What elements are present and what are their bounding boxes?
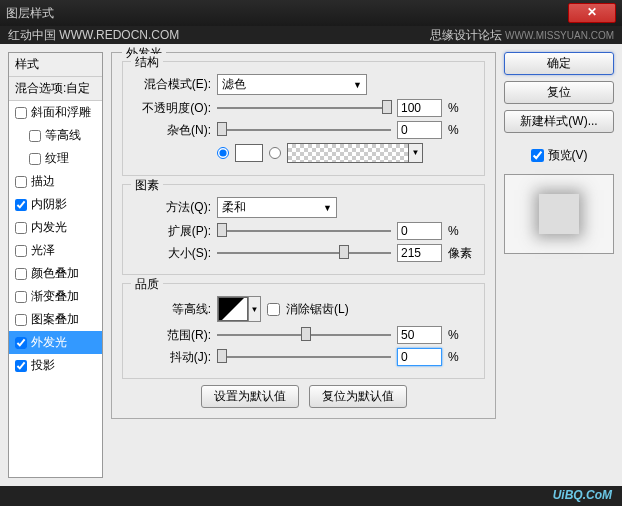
chevron-down-icon[interactable]: ▼: [248, 297, 260, 321]
size-label: 大小(S):: [131, 245, 211, 262]
style-label: 图案叠加: [31, 311, 79, 328]
dialog-body: 样式 混合选项:自定 斜面和浮雕等高线纹理描边内阴影内发光光泽颜色叠加渐变叠加图…: [0, 44, 622, 486]
style-label: 内阴影: [31, 196, 67, 213]
opacity-unit: %: [448, 101, 476, 115]
center-panel: 外发光 结构 混合模式(E): 滤色 ▼ 不透明度(O): %: [111, 52, 496, 478]
spread-input[interactable]: [397, 222, 442, 240]
size-unit: 像素: [448, 245, 476, 262]
size-input[interactable]: [397, 244, 442, 262]
style-label: 描边: [31, 173, 55, 190]
style-item-0[interactable]: 斜面和浮雕: [9, 101, 102, 124]
opacity-slider[interactable]: [217, 100, 391, 116]
style-label: 内发光: [31, 219, 67, 236]
noise-label: 杂色(N):: [131, 122, 211, 139]
style-item-3[interactable]: 描边: [9, 170, 102, 193]
style-checkbox[interactable]: [15, 291, 27, 303]
noise-input[interactable]: [397, 121, 442, 139]
range-input[interactable]: [397, 326, 442, 344]
gradient-swatch[interactable]: [288, 144, 408, 162]
style-label: 外发光: [31, 334, 67, 351]
style-label: 渐变叠加: [31, 288, 79, 305]
preview-box: [504, 174, 614, 254]
preview-checkbox[interactable]: [531, 149, 544, 162]
elements-group: 图素 方法(Q): 柔和 ▼ 扩展(P): % 大小(S):: [122, 184, 485, 275]
chevron-down-icon: ▼: [353, 80, 362, 90]
style-item-7[interactable]: 颜色叠加: [9, 262, 102, 285]
elements-legend: 图素: [131, 177, 163, 194]
style-item-1[interactable]: 等高线: [9, 124, 102, 147]
contour-picker[interactable]: ▼: [217, 296, 261, 322]
style-item-5[interactable]: 内发光: [9, 216, 102, 239]
style-label: 颜色叠加: [31, 265, 79, 282]
jitter-label: 抖动(J):: [131, 349, 211, 366]
style-checkbox[interactable]: [29, 130, 41, 142]
jitter-unit: %: [448, 350, 476, 364]
style-item-2[interactable]: 纹理: [9, 147, 102, 170]
style-item-9[interactable]: 图案叠加: [9, 308, 102, 331]
anti-alias-checkbox[interactable]: [267, 303, 280, 316]
make-default-button[interactable]: 设置为默认值: [201, 385, 299, 408]
contour-label: 等高线:: [131, 301, 211, 318]
opacity-label: 不透明度(O):: [131, 100, 211, 117]
preview-swatch: [539, 194, 579, 234]
jitter-input[interactable]: [397, 348, 442, 366]
blend-mode-select[interactable]: 滤色 ▼: [217, 74, 367, 95]
spread-slider[interactable]: [217, 223, 391, 239]
contour-swatch: [218, 297, 248, 321]
quality-group: 品质 等高线: ▼ 消除锯齿(L) 范围(R): %: [122, 283, 485, 379]
footer-bar: UiBQ.CoM: [0, 486, 622, 506]
style-checkbox[interactable]: [15, 245, 27, 257]
spread-label: 扩展(P):: [131, 223, 211, 240]
cancel-button[interactable]: 复位: [504, 81, 614, 104]
style-checkbox[interactable]: [15, 360, 27, 372]
style-label: 纹理: [45, 150, 69, 167]
range-unit: %: [448, 328, 476, 342]
opacity-input[interactable]: [397, 99, 442, 117]
anti-alias-label: 消除锯齿(L): [286, 301, 349, 318]
new-style-button[interactable]: 新建样式(W)...: [504, 110, 614, 133]
noise-slider[interactable]: [217, 122, 391, 138]
style-item-4[interactable]: 内阴影: [9, 193, 102, 216]
preview-label: 预览(V): [548, 147, 588, 164]
spread-unit: %: [448, 224, 476, 238]
range-label: 范围(R):: [131, 327, 211, 344]
ok-button[interactable]: 确定: [504, 52, 614, 75]
style-checkbox[interactable]: [15, 107, 27, 119]
style-item-6[interactable]: 光泽: [9, 239, 102, 262]
title-bar: 图层样式 ✕: [0, 0, 622, 26]
size-slider[interactable]: [217, 245, 391, 261]
noise-unit: %: [448, 123, 476, 137]
color-radio[interactable]: [217, 147, 229, 159]
style-label: 等高线: [45, 127, 81, 144]
style-checkbox[interactable]: [15, 176, 27, 188]
color-swatch[interactable]: [235, 144, 263, 162]
reset-default-button[interactable]: 复位为默认值: [309, 385, 407, 408]
gradient-dropdown-icon[interactable]: ▼: [408, 144, 422, 162]
chevron-down-icon: ▼: [323, 203, 332, 213]
technique-select[interactable]: 柔和 ▼: [217, 197, 337, 218]
blend-mode-label: 混合模式(E):: [131, 76, 211, 93]
close-button[interactable]: ✕: [568, 3, 616, 23]
range-slider[interactable]: [217, 327, 391, 343]
jitter-slider[interactable]: [217, 349, 391, 365]
window-title: 图层样式: [6, 5, 568, 22]
style-checkbox[interactable]: [15, 337, 27, 349]
styles-sidebar: 样式 混合选项:自定 斜面和浮雕等高线纹理描边内阴影内发光光泽颜色叠加渐变叠加图…: [8, 52, 103, 478]
style-checkbox[interactable]: [15, 314, 27, 326]
style-item-8[interactable]: 渐变叠加: [9, 285, 102, 308]
sidebar-blending-options[interactable]: 混合选项:自定: [9, 77, 102, 101]
style-checkbox[interactable]: [15, 222, 27, 234]
style-label: 投影: [31, 357, 55, 374]
outer-glow-panel: 外发光 结构 混合模式(E): 滤色 ▼ 不透明度(O): %: [111, 52, 496, 419]
defaults-row: 设置为默认值 复位为默认值: [122, 385, 485, 408]
style-checkbox[interactable]: [29, 153, 41, 165]
gradient-radio[interactable]: [269, 147, 281, 159]
structure-legend: 结构: [131, 54, 163, 71]
style-item-11[interactable]: 投影: [9, 354, 102, 377]
style-checkbox[interactable]: [15, 199, 27, 211]
sidebar-header[interactable]: 样式: [9, 53, 102, 77]
technique-label: 方法(Q):: [131, 199, 211, 216]
style-item-10[interactable]: 外发光: [9, 331, 102, 354]
watermark-left: 红动中国 WWW.REDOCN.COM: [8, 27, 179, 44]
style-checkbox[interactable]: [15, 268, 27, 280]
